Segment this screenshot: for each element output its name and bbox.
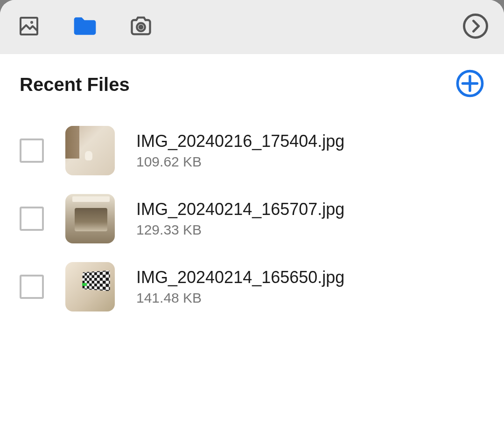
camera-icon [129, 15, 153, 39]
file-checkbox[interactable] [20, 275, 44, 299]
file-list: IMG_20240216_175404.jpg 109.62 KB IMG_20… [20, 120, 484, 311]
file-name: IMG_20240214_165650.jpg [136, 268, 344, 287]
files-tab[interactable] [73, 15, 97, 39]
svg-point-3 [140, 26, 143, 29]
file-thumbnail [65, 194, 115, 243]
file-item[interactable]: IMG_20240214_165650.jpg 141.48 KB [20, 262, 484, 311]
add-button[interactable] [455, 70, 484, 99]
file-info: IMG_20240214_165707.jpg 129.33 KB [136, 200, 344, 238]
file-info: IMG_20240214_165650.jpg 141.48 KB [136, 268, 344, 306]
chevron-right-circle-icon [462, 13, 489, 42]
file-thumbnail [65, 126, 115, 175]
camera-tab[interactable] [129, 15, 153, 39]
gallery-tab[interactable] [17, 15, 41, 39]
image-icon [18, 15, 40, 39]
file-size: 129.33 KB [136, 222, 344, 238]
section-title: Recent Files [20, 74, 130, 95]
file-size: 141.48 KB [136, 290, 344, 306]
toolbar [0, 0, 504, 54]
forward-button[interactable] [462, 14, 489, 41]
file-name: IMG_20240214_165707.jpg [136, 200, 344, 219]
file-checkbox[interactable] [20, 138, 44, 163]
file-item[interactable]: IMG_20240216_175404.jpg 109.62 KB [20, 126, 484, 175]
file-item[interactable]: IMG_20240214_165707.jpg 129.33 KB [20, 194, 484, 243]
file-thumbnail [65, 262, 115, 311]
file-size: 109.62 KB [136, 154, 344, 170]
section-header: Recent Files [20, 70, 484, 99]
file-name: IMG_20240216_175404.jpg [136, 131, 344, 151]
content-area: Recent Files IMG_20240216_175404.jpg 109… [0, 52, 504, 329]
folder-icon [72, 15, 98, 39]
plus-circle-icon [455, 69, 484, 100]
svg-point-1 [31, 22, 32, 23]
file-checkbox[interactable] [20, 207, 44, 231]
file-info: IMG_20240216_175404.jpg 109.62 KB [136, 131, 344, 170]
svg-point-4 [464, 14, 487, 37]
file-picker-panel: Recent Files IMG_20240216_175404.jpg 109… [0, 0, 504, 429]
svg-rect-0 [21, 18, 37, 35]
